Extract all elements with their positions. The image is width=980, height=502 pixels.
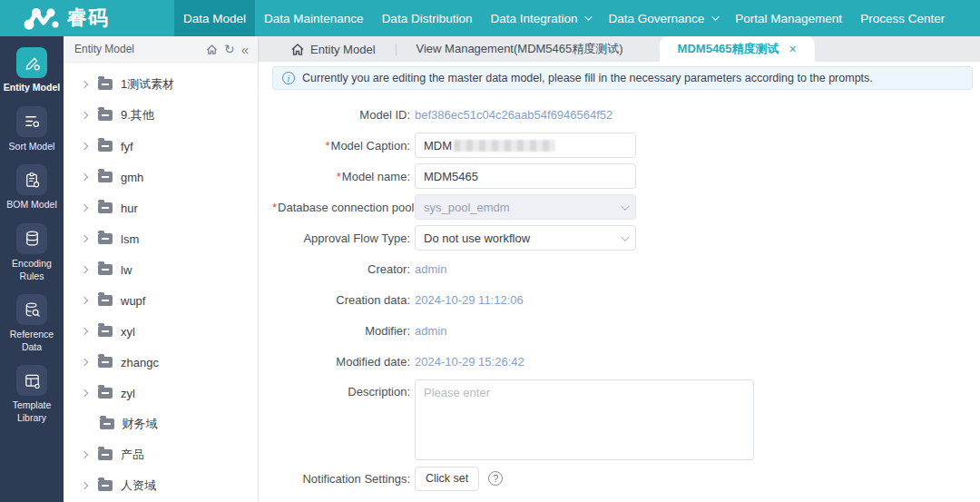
tab-label: Entity Model	[310, 43, 376, 56]
nav-data-integration-label: Data Integration	[490, 12, 577, 25]
expand-chevron-icon[interactable]	[81, 143, 88, 150]
nav-data-model[interactable]: Data Model	[174, 0, 255, 36]
expand-chevron-icon[interactable]	[81, 204, 88, 212]
expand-chevron-icon[interactable]	[81, 451, 88, 458]
tab-separator	[396, 44, 397, 55]
tree-item-label: 人资域	[121, 477, 156, 494]
refresh-icon[interactable]: ↻	[224, 43, 235, 55]
form-row-creator: Creator: admin	[272, 256, 973, 281]
expand-chevron-icon[interactable]	[81, 112, 88, 119]
folder-icon	[100, 418, 114, 429]
expand-chevron-icon[interactable]	[81, 173, 88, 181]
sidebar-item-bom-model[interactable]: BOM Model	[3, 164, 61, 212]
approval-flow-label: Approval Flow Type:	[272, 231, 410, 245]
tree-item-label: zhangc	[121, 356, 159, 369]
nav-data-distribution-label: Data Distribution	[382, 12, 473, 25]
folder-icon	[98, 449, 113, 460]
expand-chevron-icon[interactable]	[81, 328, 88, 335]
tree-item[interactable]: xyl	[64, 316, 258, 347]
sidebar-item-sort-model[interactable]: Sort Model	[3, 106, 61, 153]
click-set-button[interactable]: Click set	[415, 467, 479, 491]
tree-item[interactable]: fyf	[64, 131, 258, 162]
creator-label: Creator:	[272, 262, 410, 276]
document-tab-bar: Entity Model View Management(MDM5465精度测试…	[259, 36, 980, 62]
expand-chevron-icon[interactable]	[81, 81, 88, 88]
form-row-model-name: *Model name:	[272, 163, 973, 189]
tab-entity-model[interactable]: Entity Model	[291, 36, 376, 62]
required-mark: *	[272, 201, 277, 214]
db-pool-select[interactable]: sys_pool_emdm	[415, 194, 636, 220]
tree-item-label: 产品	[121, 447, 144, 463]
expand-chevron-icon[interactable]	[81, 266, 88, 273]
tree-item[interactable]: lw	[64, 254, 258, 285]
nav-data-governance[interactable]: Data Governance	[599, 0, 726, 36]
folder-icon	[98, 357, 113, 368]
tree-item[interactable]: 人资域	[64, 470, 258, 501]
tab-mdm5465-active[interactable]: MDM5465精度测试 ×	[660, 36, 815, 62]
sidebar-item-entity-model[interactable]: Entity Model	[3, 47, 61, 94]
model-name-input[interactable]	[415, 163, 636, 189]
nav-data-maintenance[interactable]: Data Maintenance	[255, 0, 373, 36]
tree-item[interactable]: gmh	[64, 162, 258, 192]
tree-item[interactable]: 财务域	[64, 408, 258, 439]
sidebar-item-template-library[interactable]: Template Library	[3, 365, 61, 424]
tab-view-management[interactable]: View Management(MDM5465精度测试)	[416, 36, 623, 62]
sidebar-item-label: Template Library	[3, 399, 61, 424]
tree-item-label: xyl	[121, 325, 135, 339]
description-textarea[interactable]	[415, 379, 754, 460]
tree-item[interactable]: 9.其他	[64, 100, 258, 131]
collapse-panel-icon[interactable]: «	[241, 43, 249, 56]
expand-chevron-icon[interactable]	[81, 297, 88, 304]
tree-item[interactable]: zyl	[64, 378, 258, 408]
entity-model-tree: 1测试素材 9.其他 fyf gmh hur lsm lw wupf xyl z…	[64, 62, 258, 502]
required-mark: *	[325, 139, 329, 153]
expand-chevron-icon[interactable]	[81, 359, 88, 366]
entity-model-tree-panel: Entity Model ↻ « 1测试素材 9.其他 fyf gmh hur …	[64, 36, 259, 502]
info-icon: i	[282, 72, 295, 84]
help-question-icon[interactable]: ?	[488, 471, 503, 486]
reference-data-icon	[16, 294, 47, 325]
approval-flow-select[interactable]: Do not use workflow	[415, 225, 636, 251]
model-id-label: Model ID:	[272, 108, 410, 122]
form-row-modifier: Modifier: admin	[272, 318, 973, 343]
tree-item-label: 9.其他	[121, 107, 154, 123]
creation-date-value: 2024-10-29 11:12:06	[415, 293, 524, 307]
folder-icon	[98, 110, 113, 121]
expand-chevron-icon[interactable]	[81, 482, 88, 489]
nav-data-integration[interactable]: Data Integration	[481, 0, 599, 36]
creation-date-label: Creation data:	[272, 293, 410, 307]
form-row-notification: Notification Settings: Click set ?	[272, 466, 973, 491]
sidebar-item-encoding-rules[interactable]: Encoding Rules	[3, 223, 61, 282]
db-pool-selected-value: sys_pool_emdm	[424, 201, 510, 214]
nav-data-distribution[interactable]: Data Distribution	[373, 0, 482, 36]
tab-label: View Management(MDM5465精度测试)	[416, 41, 623, 57]
form-row-model-id: Model ID: bef386ec51c04c26aab54f6946564f…	[272, 102, 973, 127]
modified-date-value: 2024-10-29 15:26:42	[415, 355, 524, 369]
tree-item-label: zyl	[121, 387, 135, 400]
home-icon[interactable]	[206, 44, 218, 55]
nav-process-center[interactable]: Process Center	[851, 0, 954, 36]
tree-item[interactable]: lsm	[64, 223, 258, 254]
chevron-down-icon	[711, 13, 719, 20]
tree-item-label: fyf	[121, 140, 133, 153]
tree-item-label: lw	[121, 263, 132, 277]
sort-model-icon	[16, 106, 47, 137]
nav-portal-management[interactable]: Portal Management	[726, 0, 851, 36]
expand-chevron-icon[interactable]	[81, 389, 88, 397]
folder-icon	[98, 79, 113, 90]
tree-item[interactable]: wupf	[64, 285, 258, 316]
tree-item[interactable]: 1测试素材	[64, 69, 258, 100]
tab-label: MDM5465精度测试	[678, 41, 779, 57]
folder-icon	[98, 172, 113, 182]
tree-item[interactable]: 产品	[64, 439, 258, 470]
sidebar-item-label: Reference Data	[3, 329, 61, 353]
expand-chevron-icon[interactable]	[81, 235, 88, 242]
tree-item[interactable]: zhangc	[64, 347, 258, 378]
model-caption-input[interactable]: MDM	[415, 133, 636, 158]
sidebar-item-reference-data[interactable]: Reference Data	[3, 294, 61, 353]
tree-item[interactable]: hur	[64, 192, 258, 223]
template-library-icon	[16, 365, 47, 396]
close-icon[interactable]: ×	[789, 43, 797, 55]
form-row-db-pool: *Database connection pool: sys_pool_emdm	[272, 194, 973, 220]
encoding-rules-icon	[16, 223, 47, 254]
